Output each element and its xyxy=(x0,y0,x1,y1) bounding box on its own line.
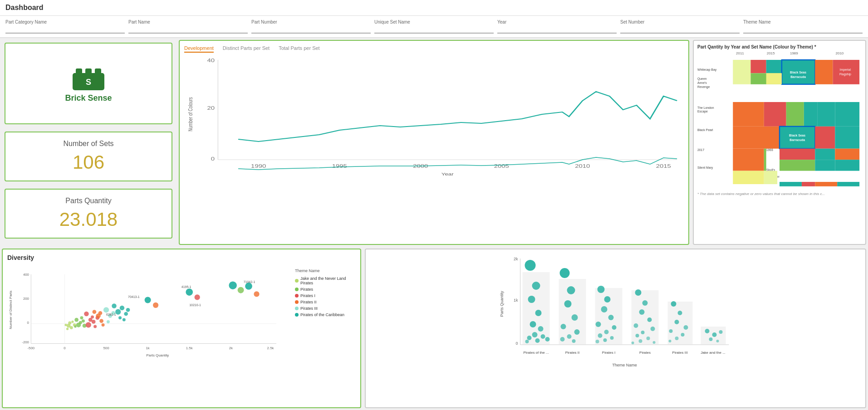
brand-name: Brick Sense xyxy=(65,93,112,103)
svg-point-146 xyxy=(532,282,540,290)
filter-input-part-name[interactable] xyxy=(128,25,248,34)
filter-label-theme-name: Theme Name xyxy=(743,20,863,24)
svg-text:Anne's: Anne's xyxy=(697,81,707,84)
svg-text:Pirates of the ...: Pirates of the ... xyxy=(523,351,549,355)
svg-rect-58 xyxy=(780,149,815,160)
svg-point-156 xyxy=(525,340,529,343)
filter-part-name: Part Name xyxy=(128,20,248,34)
svg-point-105 xyxy=(91,315,94,318)
svg-rect-33 xyxy=(750,60,766,73)
svg-rect-38 xyxy=(815,60,833,84)
svg-point-204 xyxy=(669,340,672,342)
svg-point-103 xyxy=(86,322,91,327)
treemap-year-1989: 1989 xyxy=(790,51,835,55)
svg-point-191 xyxy=(647,337,650,340)
svg-text:1k: 1k xyxy=(146,347,149,351)
svg-text:Pirates III: Pirates III xyxy=(672,351,688,355)
filter-theme-name: Theme Name xyxy=(743,20,863,34)
svg-point-125 xyxy=(153,303,158,308)
filter-input-set-number[interactable] xyxy=(620,25,740,34)
svg-rect-39 xyxy=(833,60,859,84)
legend-title: Theme Name xyxy=(295,268,356,273)
filter-input-theme-name[interactable] xyxy=(743,25,863,34)
svg-text:Barracuda: Barracuda xyxy=(790,75,806,78)
svg-text:Parts Quantity: Parts Quantity xyxy=(147,353,169,357)
svg-rect-67 xyxy=(802,182,815,186)
svg-point-165 xyxy=(567,334,572,339)
svg-point-112 xyxy=(98,311,103,315)
legend-label-jake: Jake and the Never Land Pirates xyxy=(300,276,356,285)
svg-rect-43 xyxy=(766,73,782,84)
legend-dot-pirates-1 xyxy=(295,294,299,298)
treemap-year-2011: 2011 xyxy=(736,51,766,55)
svg-rect-32 xyxy=(733,60,750,84)
svg-point-185 xyxy=(639,309,645,315)
svg-point-119 xyxy=(120,306,124,310)
svg-point-209 xyxy=(719,330,723,334)
svg-text:Imperial: Imperial xyxy=(840,68,851,72)
svg-point-162 xyxy=(572,314,578,321)
svg-text:Barracuda: Barracuda xyxy=(790,138,805,142)
svg-rect-48 xyxy=(817,102,835,127)
svg-text:4195-1: 4195-1 xyxy=(181,285,191,288)
svg-point-172 xyxy=(601,306,608,312)
svg-point-124 xyxy=(145,297,151,303)
svg-text:Number of Distinct Parts: Number of Distinct Parts xyxy=(9,291,13,329)
svg-text:1k: 1k xyxy=(514,298,518,303)
svg-rect-34 xyxy=(766,60,782,73)
svg-point-197 xyxy=(671,301,677,307)
svg-point-154 xyxy=(545,337,550,342)
line-chart-area: 40 20 0 1990 1995 2000 2005 2010 2015 Nu… xyxy=(184,55,684,239)
svg-point-161 xyxy=(564,300,572,308)
svg-point-164 xyxy=(574,329,580,335)
svg-text:-500: -500 xyxy=(27,347,34,351)
svg-text:2.5k: 2.5k xyxy=(267,347,274,351)
svg-text:500: 500 xyxy=(103,347,110,351)
svg-point-128 xyxy=(229,281,236,289)
svg-text:The London: The London xyxy=(697,106,714,109)
chart-tab-distinct[interactable]: Distinct Parts per Set xyxy=(223,45,270,53)
svg-point-98 xyxy=(74,325,76,327)
svg-text:2k: 2k xyxy=(514,257,518,261)
svg-point-160 xyxy=(567,286,575,294)
svg-point-163 xyxy=(561,324,566,329)
app-title: Dashboard xyxy=(5,4,863,12)
brand-card: S Brick Sense xyxy=(5,43,172,124)
legend-pirates-1: Pirates I xyxy=(295,293,356,298)
svg-text:Pirates: Pirates xyxy=(639,351,651,355)
svg-point-207 xyxy=(705,329,710,333)
svg-rect-51 xyxy=(780,127,815,149)
svg-text:1995: 1995 xyxy=(332,164,347,169)
svg-rect-1 xyxy=(76,68,82,74)
svg-text:Flagship: Flagship xyxy=(839,73,851,76)
filter-input-unique-set[interactable] xyxy=(374,25,494,34)
svg-rect-50 xyxy=(733,127,780,149)
filter-input-part-category[interactable] xyxy=(5,25,125,34)
svg-point-170 xyxy=(598,286,605,293)
scatter-legend: Theme Name Jake and the Never Land Pirat… xyxy=(292,264,356,364)
chart-tab-development[interactable]: Development xyxy=(184,45,214,53)
svg-point-155 xyxy=(535,338,540,343)
svg-point-151 xyxy=(532,332,538,337)
svg-text:Parts Quantity: Parts Quantity xyxy=(500,291,504,317)
svg-point-202 xyxy=(681,333,685,337)
svg-text:Revenge: Revenge xyxy=(697,85,710,89)
svg-point-89 xyxy=(64,324,67,326)
filter-input-year[interactable] xyxy=(497,25,617,34)
svg-point-173 xyxy=(608,315,614,320)
svg-rect-64 xyxy=(733,171,764,184)
svg-text:6281-1: 6281-1 xyxy=(106,313,116,316)
filter-input-part-number[interactable] xyxy=(251,25,371,34)
svg-point-122 xyxy=(126,308,130,312)
legend-pirates-3: Pirates III xyxy=(295,306,356,311)
filter-set-number: Set Number xyxy=(620,20,740,34)
svg-rect-65 xyxy=(764,171,777,184)
svg-text:Whitecap Bay: Whitecap Bay xyxy=(697,68,717,72)
legend-dot-pirates-3 xyxy=(295,307,299,310)
chart-tab-total[interactable]: Total Parts per Set xyxy=(279,45,320,53)
svg-point-108 xyxy=(93,310,97,314)
svg-point-186 xyxy=(647,317,652,322)
svg-rect-56 xyxy=(733,149,764,171)
svg-rect-54 xyxy=(815,127,835,149)
svg-text:1.5k: 1.5k xyxy=(186,347,193,351)
